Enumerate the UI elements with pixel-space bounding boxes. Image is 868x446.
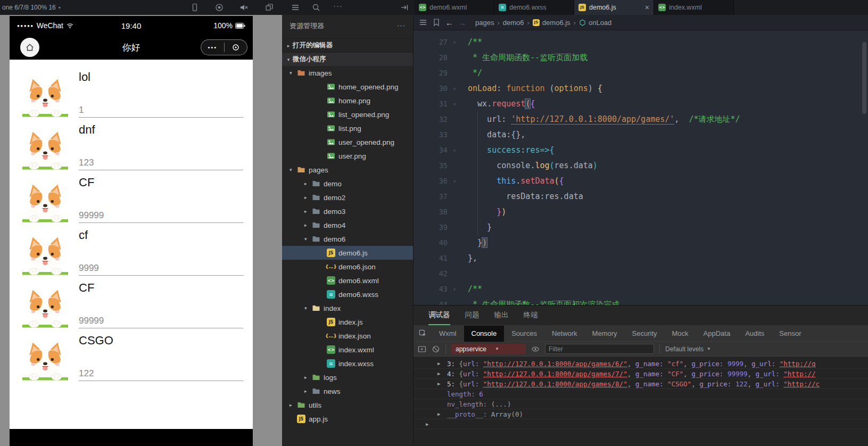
devtools-tab-mock[interactable]: Mock xyxy=(665,326,696,342)
line-number[interactable]: 44 xyxy=(414,297,448,305)
devtools-tab-console[interactable]: Console xyxy=(464,326,505,342)
console-log-row[interactable]: ▶__proto__: Array(0) xyxy=(414,409,868,419)
line-number[interactable]: 28 xyxy=(414,50,448,65)
devtools-tab-network[interactable]: Network xyxy=(544,326,585,342)
list-item[interactable]: lol1 xyxy=(10,67,253,120)
mute-icon[interactable] xyxy=(239,3,248,12)
console-log-row[interactable]: ▶4: {url: "http://127.0.0.1:8000/app/gam… xyxy=(414,369,868,379)
tab-demo6.js[interactable]: JSdemo6.js× xyxy=(574,0,654,15)
tree-item-pages[interactable]: ▾pages xyxy=(282,163,413,177)
line-number[interactable]: 40 xyxy=(414,235,448,251)
tree-item-demo3[interactable]: ▸demo3 xyxy=(282,204,413,218)
devtools-tab-wxml[interactable]: Wxml xyxy=(432,326,464,342)
line-number[interactable]: 36 xyxy=(414,174,448,189)
tree-item-index.js[interactable]: JSindex.js xyxy=(282,315,413,329)
mini-program-close-button[interactable] xyxy=(225,43,247,52)
tree-item-app.js[interactable]: JSapp.js xyxy=(282,412,413,426)
expand-arrow-icon[interactable]: ▶ xyxy=(426,419,428,430)
section-project[interactable]: ▾ 微信小程序 xyxy=(282,52,413,66)
devtools-tab-sensor[interactable]: Sensor xyxy=(772,326,808,342)
fold-chevron-icon[interactable]: ▿ xyxy=(448,81,461,96)
tab-demo6.wxml[interactable]: <>demo6.wxml xyxy=(415,0,494,15)
log-levels-select[interactable]: Default levels ▼ xyxy=(665,345,711,353)
expand-arrow-icon[interactable]: ▶ xyxy=(437,379,440,389)
line-number[interactable]: 30 xyxy=(414,81,448,96)
tab-demo6.wxss[interactable]: ≡demo6.wxss xyxy=(494,0,574,15)
line-number[interactable]: 34 xyxy=(414,143,448,158)
fold-chevron-icon[interactable]: ▿ xyxy=(448,143,461,158)
execution-context-select[interactable]: appservice ▼ xyxy=(451,344,526,354)
tree-item-index.wxss[interactable]: ≡index.wxss xyxy=(282,357,413,370)
tree-item-logs[interactable]: ▸logs xyxy=(282,370,413,384)
clear-console-icon[interactable] xyxy=(432,345,440,353)
inspect-element-icon[interactable] xyxy=(414,329,432,337)
devtools-tab-audits[interactable]: Audits xyxy=(738,326,772,342)
console-log-row[interactable]: ▶3: {url: "http://127.0.0.1:8000/app/gam… xyxy=(414,359,868,369)
tree-item-list.png[interactable]: list.png xyxy=(282,121,413,135)
fold-chevron-icon[interactable]: ▿ xyxy=(448,174,461,189)
back-arrow-icon[interactable]: ← xyxy=(445,18,453,27)
line-number[interactable]: 38 xyxy=(414,204,448,220)
breadcrumb-item-demo6[interactable]: demo6 xyxy=(503,19,524,27)
fold-chevron-icon[interactable]: ▿ xyxy=(448,35,461,50)
fold-chevron-icon[interactable]: ▿ xyxy=(448,282,461,297)
breadcrumb-item-demo6.js[interactable]: JSdemo6.js xyxy=(533,19,571,27)
menu-icon[interactable] xyxy=(291,3,300,12)
expand-arrow-icon[interactable]: ▶ xyxy=(437,359,440,369)
breadcrumb-item-pages[interactable]: pages xyxy=(475,19,494,27)
tree-item-news[interactable]: ▸news xyxy=(282,384,413,398)
tree-item-home.png[interactable]: home.png xyxy=(282,94,413,108)
explorer-more-icon[interactable]: ··· xyxy=(397,21,406,29)
line-number[interactable]: 42 xyxy=(414,266,448,282)
tree-item-index[interactable]: ▾index xyxy=(282,301,413,315)
line-number[interactable]: 29 xyxy=(414,65,448,81)
compile-icon[interactable] xyxy=(400,3,409,12)
tree-item-utils[interactable]: ▸utils xyxy=(282,398,413,412)
console-log-row[interactable]: ▶ xyxy=(414,419,868,430)
devtools-tab-memory[interactable]: Memory xyxy=(585,326,625,342)
expand-arrow-icon[interactable]: ▶ xyxy=(437,369,440,379)
mini-program-menu-button[interactable]: ••• xyxy=(201,44,224,51)
tree-item-user_opened.png[interactable]: user_opened.png xyxy=(282,135,413,149)
expand-arrow-icon[interactable]: ▶ xyxy=(437,409,440,419)
restore-window-icon[interactable] xyxy=(265,3,274,12)
outline-menu-icon[interactable] xyxy=(419,18,427,27)
phone-icon[interactable] xyxy=(191,3,199,12)
tree-item-home_opened.png[interactable]: home_opened.png xyxy=(282,80,413,94)
panel-tab-调试器[interactable]: 调试器 xyxy=(428,310,450,325)
line-number[interactable]: 39 xyxy=(414,220,448,235)
tree-item-demo6.wxml[interactable]: <>demo6.wxml xyxy=(282,274,413,287)
console-sidebar-icon[interactable] xyxy=(418,345,426,353)
line-number[interactable]: 35 xyxy=(414,158,448,174)
tree-item-list_opened.png[interactable]: list_opened.png xyxy=(282,108,413,121)
line-number[interactable]: 31 xyxy=(414,96,448,112)
eye-icon[interactable] xyxy=(531,345,540,353)
editor-scrollbar[interactable] xyxy=(862,42,866,114)
tree-item-user.png[interactable]: user.png xyxy=(282,149,413,163)
tree-item-images[interactable]: ▾images xyxy=(282,66,413,80)
line-number[interactable]: 33 xyxy=(414,127,448,143)
close-icon[interactable]: × xyxy=(645,3,649,12)
panel-tab-输出[interactable]: 输出 xyxy=(494,310,509,325)
console-log-row[interactable]: length: 6 xyxy=(414,389,868,399)
tree-item-demo6[interactable]: ▾demo6 xyxy=(282,232,413,246)
console-log-row[interactable]: nv_length: (...) xyxy=(414,399,868,409)
bookmark-icon[interactable] xyxy=(432,18,441,27)
list-item[interactable]: CSGO122 xyxy=(10,331,253,383)
line-number[interactable]: 41 xyxy=(414,251,448,266)
tree-item-demo6.json[interactable]: {…}demo6.json xyxy=(282,260,413,274)
devtools-tab-sources[interactable]: Sources xyxy=(504,326,544,342)
line-number[interactable]: 32 xyxy=(414,112,448,127)
section-open-editors[interactable]: ▸ 打开的编辑器 xyxy=(282,38,413,52)
code-editor[interactable]: 27▿/**28 * 生命周期函数--监听页面加载29 */30▿onLoad:… xyxy=(414,30,868,305)
tree-item-demo[interactable]: ▸demo xyxy=(282,177,413,191)
breadcrumb-item-onLoad[interactable]: onLoad xyxy=(579,19,611,27)
tree-item-demo6.wxss[interactable]: ≡demo6.wxss xyxy=(282,287,413,301)
panel-tab-问题[interactable]: 问题 xyxy=(465,310,480,325)
filter-input[interactable] xyxy=(545,344,654,354)
panel-tab-终端[interactable]: 终端 xyxy=(524,310,538,325)
tree-item-index.json[interactable]: {…}index.json xyxy=(282,329,413,343)
search-icon[interactable] xyxy=(312,3,320,12)
devtools-tab-security[interactable]: Security xyxy=(625,326,665,342)
tree-item-demo6.js[interactable]: JSdemo6.js xyxy=(282,246,413,260)
